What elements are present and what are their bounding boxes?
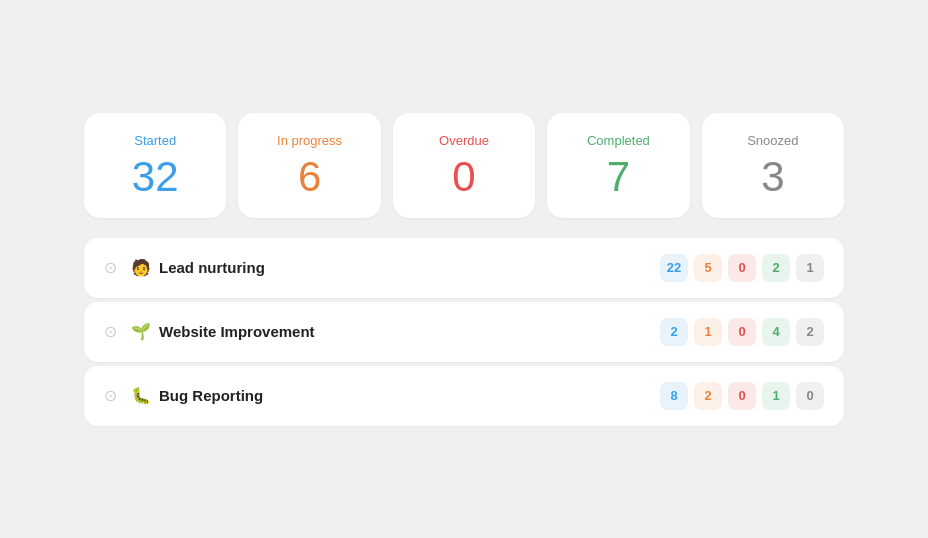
- badge-0: 8: [660, 382, 688, 410]
- settings-icon[interactable]: ⊙: [104, 386, 117, 405]
- list-emoji: 🐛: [131, 386, 151, 405]
- list-badges: 8 2 0 1 0: [660, 382, 824, 410]
- list-title: Bug Reporting: [159, 387, 263, 404]
- list-left: ⊙ 🌱 Website Improvement: [104, 322, 660, 341]
- list-left: ⊙ 🧑 Lead nurturing: [104, 258, 660, 277]
- list-title: Lead nurturing: [159, 259, 265, 276]
- stat-card-completed: Completed 7: [547, 113, 689, 218]
- list-emoji: 🌱: [131, 322, 151, 341]
- badge-2: 0: [728, 382, 756, 410]
- badge-3: 4: [762, 318, 790, 346]
- badge-1: 2: [694, 382, 722, 410]
- list-card-0: ⊙ 🧑 Lead nurturing 22 5 0 2 1: [84, 238, 844, 298]
- stat-value: 32: [112, 156, 198, 198]
- main-container: Started 32 In progress 6 Overdue 0 Compl…: [84, 113, 844, 426]
- stat-label: Completed: [575, 133, 661, 148]
- stat-card-started: Started 32: [84, 113, 226, 218]
- badge-1: 5: [694, 254, 722, 282]
- list-title: Website Improvement: [159, 323, 315, 340]
- badge-3: 2: [762, 254, 790, 282]
- stat-value: 7: [575, 156, 661, 198]
- list-badges: 2 1 0 4 2: [660, 318, 824, 346]
- list-container: ⊙ 🧑 Lead nurturing 22 5 0 2 1 ⊙ 🌱 Websit…: [84, 238, 844, 426]
- badge-4: 1: [796, 254, 824, 282]
- list-badges: 22 5 0 2 1: [660, 254, 824, 282]
- list-left: ⊙ 🐛 Bug Reporting: [104, 386, 660, 405]
- list-card-1: ⊙ 🌱 Website Improvement 2 1 0 4 2: [84, 302, 844, 362]
- stat-label: Started: [112, 133, 198, 148]
- badge-3: 1: [762, 382, 790, 410]
- stats-row: Started 32 In progress 6 Overdue 0 Compl…: [84, 113, 844, 218]
- badge-4: 0: [796, 382, 824, 410]
- badge-2: 0: [728, 318, 756, 346]
- settings-icon[interactable]: ⊙: [104, 258, 117, 277]
- stat-value: 6: [266, 156, 352, 198]
- badge-4: 2: [796, 318, 824, 346]
- stat-label: Overdue: [421, 133, 507, 148]
- stat-card-snoozed: Snoozed 3: [702, 113, 844, 218]
- badge-1: 1: [694, 318, 722, 346]
- stat-value: 3: [730, 156, 816, 198]
- list-card-2: ⊙ 🐛 Bug Reporting 8 2 0 1 0: [84, 366, 844, 426]
- badge-2: 0: [728, 254, 756, 282]
- stat-label: Snoozed: [730, 133, 816, 148]
- badge-0: 2: [660, 318, 688, 346]
- stat-card-overdue: Overdue 0: [393, 113, 535, 218]
- stat-card-in-progress: In progress 6: [238, 113, 380, 218]
- stat-label: In progress: [266, 133, 352, 148]
- stat-value: 0: [421, 156, 507, 198]
- badge-0: 22: [660, 254, 688, 282]
- settings-icon[interactable]: ⊙: [104, 322, 117, 341]
- list-emoji: 🧑: [131, 258, 151, 277]
